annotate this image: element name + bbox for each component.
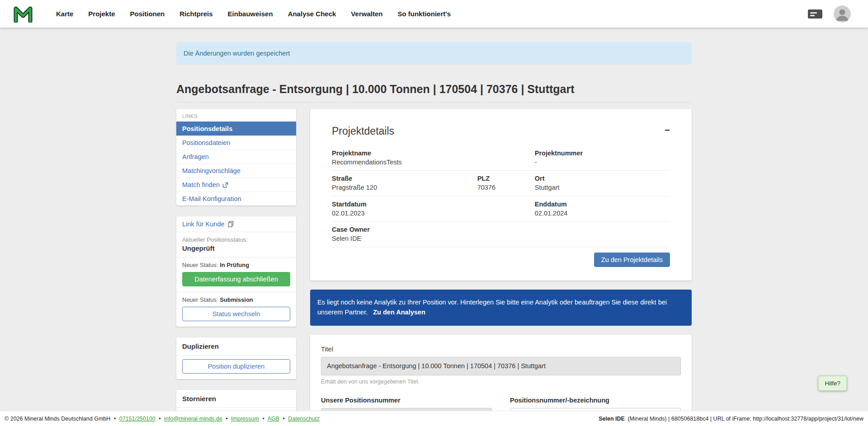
new-status-label: Neuer Status:: [182, 262, 218, 268]
customer-link-label: Link für Kunde: [182, 220, 225, 228]
current-status-value: Ungeprüft: [182, 244, 290, 252]
project-row: Case Owner Selen IDE: [332, 222, 670, 247]
external-link-icon: [222, 182, 228, 188]
field-label: Straße: [332, 174, 477, 183]
sidebar-item-positionsdateien[interactable]: Positionsdateien: [176, 136, 296, 150]
sidebar: LINKS Positionsdetails Positionsdateien …: [176, 109, 296, 426]
footer-session-info: Selen IDE (Mineral Minds) | 680506818bc4…: [599, 416, 863, 422]
main-nav: Karte Projekte Positionen Richtpreis Ein…: [56, 10, 451, 18]
project-row: Straße Pragstraße 120 PLZ 70376 Ort Stut…: [332, 171, 670, 196]
help-button[interactable]: Hilfe?: [818, 376, 847, 391]
separator: •: [114, 416, 116, 422]
footer-link-email[interactable]: info@mineral-minds.de: [164, 416, 222, 422]
field-startdatum: Startdatum 02.01.2023: [332, 200, 477, 217]
titel-input: [321, 357, 681, 375]
new-status-value: Submission: [220, 296, 253, 303]
footer: © 2026 Mineral Minds Deutschland GmbH • …: [0, 411, 868, 426]
field-label: PLZ: [477, 174, 535, 183]
field-label: Projektnummer: [535, 149, 670, 157]
sidebar-item-match-finden[interactable]: Match finden: [176, 178, 296, 192]
analytics-link[interactable]: Zu den Analysen: [373, 309, 425, 316]
links-header: LINKS: [176, 109, 296, 122]
new-status-label: Neuer Status:: [182, 296, 218, 303]
field-label: Ort: [535, 174, 670, 183]
separator: •: [283, 416, 284, 422]
field-projektnummer: Projektnummer -: [535, 149, 670, 166]
titel-label: Titel: [321, 346, 681, 353]
nav-right: [807, 5, 851, 23]
analytics-banner: Es liegt noch keine Analytik zu Ihrer Po…: [310, 290, 692, 326]
nav-item-karte[interactable]: Karte: [56, 10, 73, 18]
nav-item-richtpreis[interactable]: Richtpreis: [179, 10, 212, 18]
footer-link-agb[interactable]: AGB: [268, 416, 279, 422]
field-value: -: [535, 158, 670, 166]
duplicate-position-button[interactable]: Position duplizieren: [182, 359, 290, 374]
copy-icon: [228, 221, 234, 227]
field-value: 70376: [477, 183, 535, 192]
nav-item-so-funktionierts[interactable]: So funktioniert's: [397, 10, 451, 18]
duplicate-card: Duplizieren Position duplizieren: [176, 337, 296, 379]
project-details-button[interactable]: Zu den Projektdetails: [594, 253, 670, 267]
nav-item-einbauweisen[interactable]: Einbauweisen: [228, 10, 273, 18]
sidebar-item-label: Match finden: [182, 181, 220, 188]
card-icon[interactable]: [807, 9, 823, 19]
project-details-card: Projektdetails − Projektname Recommendat…: [310, 109, 692, 281]
nav-item-positionen[interactable]: Positionen: [130, 10, 165, 18]
status-card: Link für Kunde Aktueller Positionsstatus…: [176, 216, 296, 327]
footer-link-datenschutz[interactable]: Datenschutz: [288, 416, 319, 422]
sidebar-item-anfragen[interactable]: Anfragen: [176, 150, 296, 164]
field-label: Case Owner: [332, 225, 477, 234]
logo-icon: [14, 5, 33, 23]
our-number-label: Unsere Positionsnummer: [321, 397, 492, 404]
nav-item-verwalten[interactable]: Verwalten: [351, 10, 382, 18]
field-ort: Ort Stuttgart: [535, 174, 670, 192]
complete-data-entry-button[interactable]: Datenerfassung abschließen: [182, 272, 290, 286]
nav-item-projekte[interactable]: Projekte: [88, 10, 115, 18]
field-plz: PLZ 70376: [477, 174, 535, 192]
switch-status-button[interactable]: Status wechseln: [182, 307, 290, 321]
collapse-icon[interactable]: −: [665, 125, 670, 135]
current-status-block: Aktueller Positionsstatus: Ungeprüft: [176, 232, 296, 257]
field-value: Stuttgart: [535, 183, 670, 192]
new-status-second: Neuer Status: Submission: [176, 292, 296, 303]
nav-item-analyse-check[interactable]: Analyse Check: [288, 10, 336, 18]
project-row: Startdatum 02.01.2023 Enddatum 02.01.202…: [332, 197, 670, 222]
field-value: 02.01.2023: [332, 209, 477, 217]
separator: •: [159, 416, 160, 422]
sidebar-item-matchingvorschlaege[interactable]: Matchingvorschläge: [176, 164, 296, 178]
field-case-owner: Case Owner Selen IDE: [332, 225, 477, 243]
avatar[interactable]: [834, 5, 851, 23]
footer-left: © 2026 Mineral Minds Deutschland GmbH • …: [5, 416, 320, 422]
success-alert: Die Änderungen wurden gespeichert: [176, 42, 692, 65]
field-enddatum: Enddatum 02.01.2024: [535, 200, 670, 217]
separator: •: [262, 416, 264, 422]
field-strasse: Straße Pragstraße 120: [332, 174, 477, 192]
field-value: Pragstraße 120: [332, 183, 477, 192]
field-value: Selen IDE: [332, 234, 477, 243]
field-projektname: Projektname RecommendationsTests: [332, 149, 477, 166]
sidebar-item-email-konfiguration[interactable]: E-Mail Konfiguration: [176, 192, 296, 206]
main-content: Projektdetails − Projektname Recommendat…: [310, 109, 692, 426]
custom-number-label: Positionsnummer/-bezeichnung: [510, 397, 681, 404]
links-card: LINKS Positionsdetails Positionsdateien …: [176, 109, 296, 206]
new-status-first: Neuer Status: In Prüfung: [176, 257, 296, 268]
copyright: © 2026 Mineral Minds Deutschland GmbH: [5, 416, 110, 422]
field-label: Projektname: [332, 149, 477, 157]
footer-user: Selen IDE: [599, 416, 625, 422]
duplicate-title: Duplizieren: [176, 337, 296, 356]
cancel-title: Stornieren: [176, 390, 296, 408]
footer-link-phone[interactable]: 07151/250100: [119, 416, 156, 422]
separator: •: [226, 416, 227, 422]
customer-link[interactable]: Link für Kunde: [176, 216, 296, 232]
top-nav: Karte Projekte Positionen Richtpreis Ein…: [0, 0, 868, 28]
footer-session-text: (Mineral Minds) | 680506818bc4 | URL of …: [627, 416, 863, 422]
sidebar-item-positionsdetails[interactable]: Positionsdetails: [176, 122, 296, 136]
new-status-value: In Prüfung: [220, 262, 249, 268]
footer-link-impressum[interactable]: Impressum: [231, 416, 259, 422]
analytics-banner-text: Es liegt noch keine Analytik zu Ihrer Po…: [317, 299, 667, 316]
field-value: 02.01.2024: [535, 209, 670, 217]
titel-help: Erhält den von uns vorgegebenen Titel.: [321, 379, 681, 385]
brand-logo[interactable]: [14, 5, 33, 23]
field-label: Enddatum: [535, 200, 670, 208]
field-value: RecommendationsTests: [332, 158, 477, 166]
